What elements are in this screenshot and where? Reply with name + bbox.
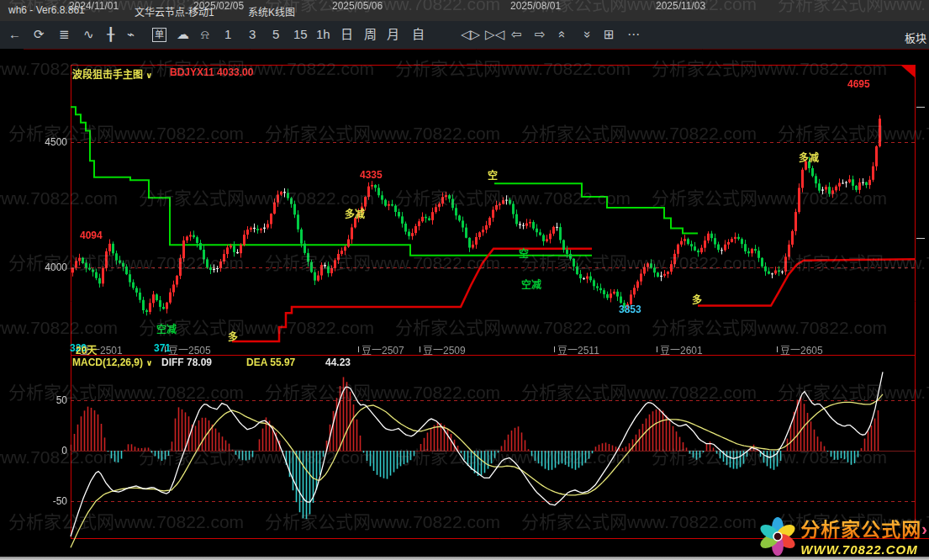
window-bottom-border [0, 557, 929, 560]
chart-annotation: 多减 [345, 206, 365, 220]
contract-label: 豆一2601 [660, 342, 703, 357]
macd-axis-tick: 50 [24, 394, 67, 406]
contract-label: 豆一2509 [423, 342, 466, 357]
date-axis-label: 2025/08/01 [510, 0, 561, 12]
chart-annotation: 多减 [799, 150, 819, 164]
price-axis-tick: 4000 [24, 262, 67, 273]
contract-label: 豆一2605 [780, 342, 823, 357]
logo-arrow-icon: › [921, 520, 927, 538]
day-count-label: 371 [154, 342, 171, 354]
indicator-value: BDJYX11 4033.00 [170, 66, 253, 78]
chart-annotation: 空减 [156, 321, 177, 335]
contract-label: 豆一2505 [168, 342, 211, 357]
flower-logo-icon [758, 515, 797, 556]
contract-label: 豆一2507 [362, 342, 404, 357]
chart-annotation: 空减 [521, 277, 541, 291]
price-axis-tick: 4500 [24, 136, 67, 148]
main-indicator-selector[interactable]: 波段狙击手主图 ∨ [72, 66, 152, 81]
date-axis-label: 2024/11/01 [69, 0, 119, 12]
chart-annotation: 多 [228, 329, 238, 343]
logo-site-name[interactable]: 分析家公式网 [800, 514, 921, 542]
site-logo: 分析家公式网› WWW.70822.COM [758, 514, 927, 557]
chart-annotation: 4094 [80, 230, 103, 241]
logo-url[interactable]: WWW.70822.COM [800, 542, 927, 557]
day-count-label: 20天 [76, 342, 97, 357]
macd-axis-tick: -50 [24, 495, 67, 507]
chevron-down-icon: ∨ [145, 71, 152, 80]
chart-annotation: 3853 [619, 304, 641, 315]
contract-label: 豆一2511 [557, 342, 599, 357]
chart-annotation: 多 [692, 292, 702, 306]
main-chart-canvas[interactable] [0, 0, 929, 560]
date-axis-label: 2025/02/05 [193, 0, 244, 12]
macd-diff-value: DIFF 78.09 [161, 357, 212, 368]
macd-dea-value: DEA 55.97 [246, 357, 295, 368]
date-axis-label: 2025/11/03 [656, 0, 705, 12]
trading-app-window: wh6 - Ver6.8.861 文华云节点-移动1 系统K线图 板块 ←⟳≣∿… [0, 0, 929, 560]
macd-indicator-selector[interactable]: MACD(12,26,9) ∨ [72, 357, 153, 368]
macd-axis-tick: 0 [24, 445, 67, 457]
chart-annotation: 空 [519, 246, 529, 260]
chart-annotation: 4695 [847, 78, 870, 90]
date-axis-label: 2025/05/06 [332, 0, 383, 12]
chart-annotation: 空 [488, 167, 498, 182]
chevron-down-icon: ∨ [145, 358, 152, 367]
macd-value: 44.23 [325, 357, 351, 368]
chart-annotation: 4335 [360, 169, 383, 181]
